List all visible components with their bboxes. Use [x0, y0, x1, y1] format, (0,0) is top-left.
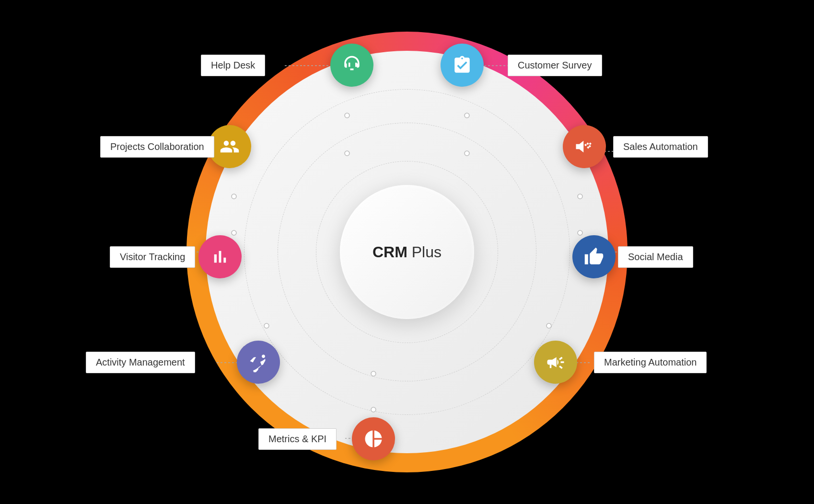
survey-icon-circle[interactable]: [441, 44, 484, 87]
handshake-icon: [574, 137, 594, 157]
headset-icon: [342, 55, 362, 75]
sales-label: Sales Automation: [613, 136, 708, 158]
survey-label: Customer Survey: [508, 55, 602, 76]
metrics-label: Metrics & KPI: [258, 428, 337, 450]
crm-label: CRM: [372, 243, 407, 261]
rocket-icon: [248, 352, 268, 372]
megaphone-icon: [546, 352, 566, 372]
pie-chart-icon: [363, 429, 384, 449]
visitor-label: Visitor Tracking: [110, 246, 195, 268]
marketing-label: Marketing Automation: [594, 352, 707, 373]
plus-label: Plus: [407, 243, 442, 261]
marketing-icon-circle[interactable]: [534, 341, 577, 384]
social-label: Social Media: [618, 246, 693, 268]
main-circle: CRM Plus: [206, 51, 608, 453]
activity-icon-circle[interactable]: [237, 341, 280, 384]
projects-label: Projects Collaboration: [100, 136, 214, 158]
bar-chart-icon: [210, 247, 230, 267]
helpdesk-icon-circle[interactable]: [330, 44, 373, 87]
clipboard-check-icon: [452, 55, 472, 75]
visitor-icon-circle[interactable]: [198, 235, 242, 278]
projects-icon-circle[interactable]: [208, 125, 251, 168]
center-circle: CRM Plus: [340, 185, 474, 319]
thumbs-up-icon: [584, 247, 604, 267]
activity-label: Activity Management: [86, 352, 195, 373]
metrics-icon-circle[interactable]: [352, 417, 395, 460]
center-text: CRM Plus: [372, 243, 442, 261]
helpdesk-label: Help Desk: [201, 55, 265, 76]
sales-icon-circle[interactable]: [563, 125, 606, 168]
diagram-container: CRM Plus: [0, 0, 814, 504]
social-icon-circle[interactable]: [572, 235, 616, 278]
people-icon: [220, 137, 240, 157]
